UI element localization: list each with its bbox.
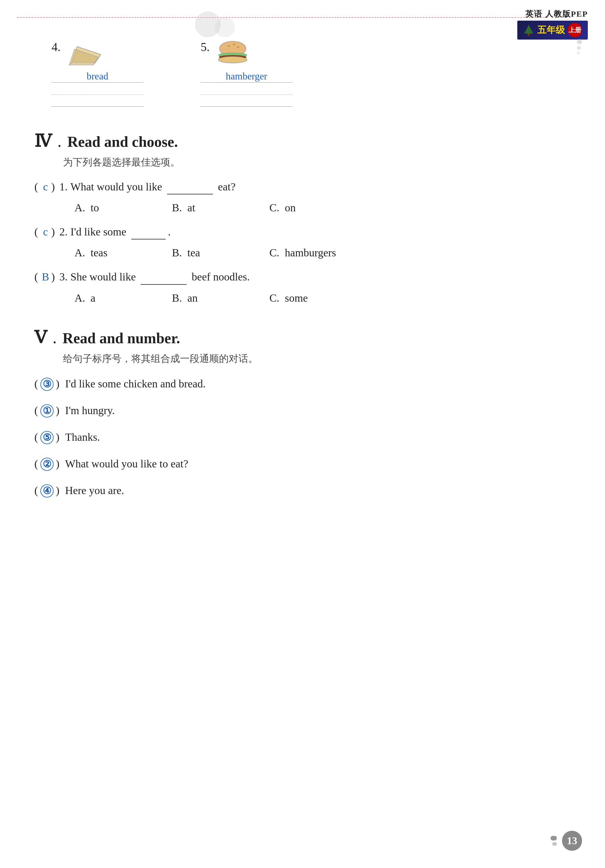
question-4-3-row: ( B ) 3. She would like beef noodles. [34,269,571,284]
item-5-number: 5. [201,40,210,54]
section-5-items: ( ③ ) I'd like some chicken and bread. (… [34,376,571,499]
deco-dots [577,37,582,56]
item-4-answer: bread [87,71,108,82]
svg-point-9 [237,46,239,48]
item-4-number-row: 4. [52,40,143,69]
item-5-number-row: 5. [201,40,292,69]
q4-3-answer: B [40,269,51,284]
item-4-line3 [52,99,143,107]
section-4-numeral: Ⅳ [34,131,52,151]
v-text-3: Thanks. [65,429,100,445]
q4-2-answer: c [40,224,51,239]
q4-3-options: A. a B. an C. some [74,291,571,304]
svg-marker-0 [524,25,533,34]
top-badge: 英语 人教版PEP 五年级 上册 [517,9,588,40]
question-4-1-row: ( c ) 1. What would you like eat? [34,179,571,194]
hamburger-icon [215,40,250,69]
item-5-line2 [201,87,292,95]
v-item-2: ( ① ) I'm hungry. [34,402,571,418]
v-text-5: Here you are. [65,482,124,499]
v-item-3: ( ⑤ ) Thanks. [34,429,571,445]
badge-label3: 上册 [569,26,581,34]
section-4-title: Read and choose. [67,133,178,150]
item-4-lines: bread [52,74,143,111]
q4-1-text: What would you like eat? [71,179,235,194]
section-4-questions: ( c ) 1. What would you like eat? A. to … [34,179,571,304]
q4-1-opt-a: A. to [74,201,172,214]
v-answer-2: ① [40,404,54,417]
v-answer-4: ② [40,458,54,471]
watermark-circle-2 [215,17,235,37]
question-4-2: ( c ) 2. I'd like some . A. teas B. tea … [34,224,571,259]
q4-2-opt-b: B. tea [172,246,269,259]
v-item-1: ( ③ ) I'd like some chicken and bread. [34,376,571,392]
q4-1-opt-c: C. on [269,201,367,214]
item-4-block: 4. bread [52,40,143,111]
section-5-header: Ⅴ . Read and number. [34,327,571,347]
item-4-number: 4. [52,40,61,54]
top-dotted-line [17,17,548,18]
section-4-subtitle: 为下列各题选择最佳选项。 [63,156,571,169]
section-5-title: Read and number. [62,330,180,347]
q4-3-num: 3. [59,269,68,284]
page-number-container: 13 [551,831,582,851]
q4-2-options: A. teas B. tea C. hamburgers [74,246,571,259]
section-4-header: Ⅳ . Read and choose. [34,131,571,151]
item-4-line1: bread [52,74,143,82]
q4-3-text: She would like beef noodles. [71,269,250,284]
v-item-4: ( ② ) What would you like to eat? [34,456,571,472]
q4-2-num: 2. [59,224,68,239]
svg-point-12 [218,56,247,63]
item-5-answer: hamberger [226,71,268,82]
bread-icon [67,40,101,69]
svg-point-7 [227,45,230,47]
section-5-numeral: Ⅴ [34,327,47,347]
item-5-line3 [201,99,292,107]
v-answer-1: ③ [40,378,54,391]
q4-2-opt-c: C. hamburgers [269,246,367,259]
section-5-subtitle: 给句子标序号，将其组合成一段通顺的对话。 [63,352,571,365]
v-answer-5: ④ [40,484,54,498]
q4-1-blank [167,194,213,194]
q4-3-opt-c: C. some [269,291,367,304]
items-row: 4. bread 5. [52,40,571,111]
svg-rect-1 [528,34,530,36]
q4-3-opt-b: B. an [172,291,269,304]
badge-label1: 英语 人教版PEP [525,9,588,20]
q4-3-opt-a: A. a [74,291,172,304]
q4-2-opt-a: A. teas [74,246,172,259]
v-text-4: What would you like to eat? [65,456,188,472]
q4-2-blank [131,239,166,239]
svg-point-8 [233,43,235,45]
question-4-2-row: ( c ) 2. I'd like some . [34,224,571,239]
item-5-block: 5. hamberger [201,40,292,111]
q4-3-blank [141,284,187,285]
q4-2-text: I'd like some . [71,224,171,239]
tree-icon [523,24,534,36]
question-4-3: ( B ) 3. She would like beef noodles. A.… [34,269,571,304]
item-4-line2 [52,87,143,95]
v-text-2: I'm hungry. [65,402,115,418]
item-5-lines: hamberger [201,74,292,111]
q4-1-num: 1. [59,179,68,194]
v-item-5: ( ④ ) Here you are. [34,482,571,499]
badge-circle: 上册 [568,23,582,37]
page-number: 13 [562,831,582,851]
v-answer-3: ⑤ [40,431,54,444]
badge-label2: 五年级 [537,24,565,36]
v-text-1: I'd like some chicken and bread. [65,376,206,392]
question-4-1: ( c ) 1. What would you like eat? A. to … [34,179,571,214]
item-5-line1: hamberger [201,74,292,82]
q4-1-options: A. to B. at C. on [74,201,571,214]
badge-bottom: 五年级 上册 [517,21,588,40]
q4-1-opt-b: B. at [172,201,269,214]
q4-1-answer: c [40,179,51,194]
